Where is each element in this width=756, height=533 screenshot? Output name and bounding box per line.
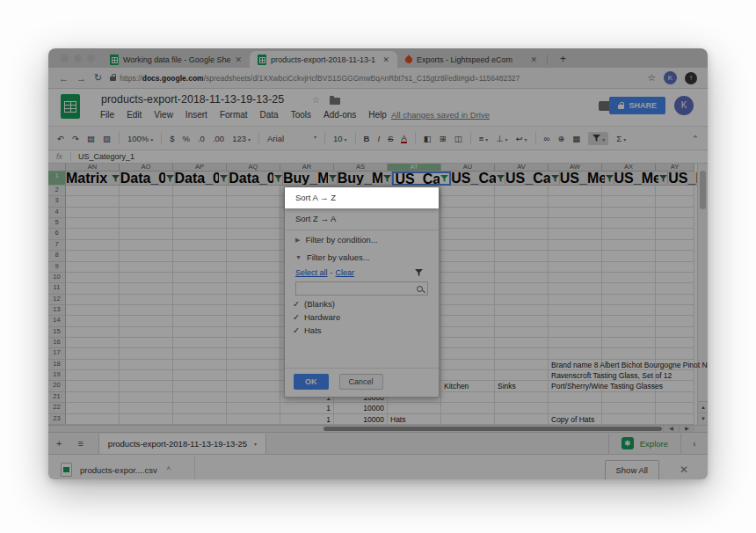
cell-AY7[interactable] [656, 240, 694, 251]
forward-icon[interactable]: → [76, 73, 86, 84]
cell-AQ14[interactable] [227, 316, 280, 326]
cell-AN1[interactable]: Matrix [66, 172, 120, 186]
cell-AR1[interactable]: Buy_Min [283, 172, 338, 186]
filter-icon[interactable] [383, 175, 391, 182]
url-field[interactable]: https://docs.google.com/spreadsheets/d/1… [110, 74, 639, 83]
cell-AP11[interactable] [173, 283, 227, 294]
cell-AP9[interactable] [173, 262, 227, 273]
cell-AN13[interactable] [66, 305, 120, 316]
row-header-23[interactable]: 23 [48, 414, 66, 425]
row-header-21[interactable]: 21 [48, 392, 66, 403]
cell-AO5[interactable] [120, 218, 173, 229]
cell-AT1[interactable]: US_Categor [392, 172, 452, 186]
cell-AU12[interactable] [441, 295, 495, 305]
cell-AW5[interactable] [549, 218, 602, 229]
menu-item-sort-a-z[interactable]: Sort A → Z [285, 187, 439, 208]
cell-AX13[interactable] [602, 305, 656, 316]
cell-AU10[interactable] [441, 273, 495, 283]
scroll-left-icon[interactable]: ◀ [663, 426, 679, 432]
horizontal-scrollbar[interactable]: ◀ ▶ [48, 425, 708, 432]
cell-AV7[interactable] [495, 240, 549, 251]
merge-cells-button[interactable]: ◫ [454, 134, 462, 143]
save-status[interactable]: All changes saved in Drive [391, 110, 490, 120]
font-select[interactable]: Arial▾ [267, 134, 316, 143]
cell-AW8[interactable] [549, 251, 602, 261]
row-header-18[interactable]: 18 [48, 360, 66, 370]
cell-AX9[interactable] [602, 262, 656, 273]
menu-item-filter-by-values[interactable]: ▼Filter by values... [285, 249, 439, 266]
horizontal-align-select[interactable]: ≡▾ [479, 134, 489, 143]
menu-item-filter-by-condition[interactable]: ▶Filter by condition... [285, 231, 439, 249]
cell-AP19[interactable] [173, 370, 227, 381]
cell-AQ8[interactable] [227, 251, 280, 261]
cell-AN12[interactable] [66, 295, 120, 305]
cell-AQ7[interactable] [227, 240, 280, 251]
column-header-AR[interactable]: AR [280, 164, 334, 172]
cell-AQ11[interactable] [227, 283, 280, 294]
cell-AW11[interactable] [549, 283, 602, 294]
cell-AV20[interactable]: Sinks [495, 381, 549, 391]
cell-AS22[interactable]: 10000 [334, 403, 388, 413]
filter-search-input[interactable] [295, 281, 428, 296]
cell-AY13[interactable] [656, 305, 694, 316]
cell-AP21[interactable] [173, 392, 227, 403]
cell-AW23[interactable]: Copy of Hats [549, 414, 602, 425]
cell-AU11[interactable] [441, 283, 495, 294]
cell-AU3[interactable] [441, 196, 495, 207]
row-header-5[interactable]: 5 [48, 218, 66, 229]
cell-AW9[interactable] [549, 262, 602, 273]
cell-AW20[interactable]: Port/Sherry/Wine Tasting Glasses [549, 381, 602, 391]
cell-AX11[interactable] [602, 283, 656, 294]
cell-AU17[interactable] [441, 348, 495, 359]
cell-AV11[interactable] [495, 283, 549, 294]
column-header-AT[interactable]: AT [388, 164, 441, 172]
cell-AY16[interactable] [656, 338, 694, 348]
cell-AQ21[interactable] [227, 392, 280, 403]
filter-value-hats[interactable]: Hats [285, 324, 439, 337]
move-to-folder-icon[interactable] [330, 98, 340, 105]
filter-icon[interactable] [551, 175, 559, 182]
cell-AS23[interactable]: 10000 [334, 414, 388, 425]
cell-AN23[interactable] [66, 414, 120, 425]
cell-AW22[interactable] [549, 403, 602, 413]
cell-AO7[interactable] [120, 240, 173, 251]
cell-AV22[interactable] [495, 403, 549, 413]
row-header-16[interactable]: 16 [48, 338, 66, 348]
cell-AN9[interactable] [66, 262, 120, 273]
cell-AX23[interactable] [602, 414, 656, 425]
row-header-12[interactable]: 12 [48, 295, 66, 305]
cell-AX15[interactable] [602, 327, 656, 338]
bold-button[interactable]: B [364, 134, 370, 143]
cell-AY17[interactable] [656, 348, 694, 359]
row-header-4[interactable]: 4 [48, 208, 66, 218]
filter-icon[interactable] [606, 175, 614, 182]
minimize-window-button[interactable] [74, 55, 82, 62]
cell-AQ2[interactable] [227, 186, 280, 196]
cell-AU5[interactable] [441, 218, 495, 229]
cell-AU15[interactable] [441, 327, 495, 338]
cell-AW3[interactable] [549, 196, 602, 207]
tab-working-data-file[interactable]: Working data file - Google She ✕ [102, 51, 250, 68]
filter-icon[interactable] [440, 175, 448, 182]
cell-AX2[interactable] [602, 186, 656, 196]
cell-AQ3[interactable] [227, 196, 280, 207]
row-header-14[interactable]: 14 [48, 316, 66, 326]
cell-AN21[interactable] [66, 392, 120, 403]
cell-AQ22[interactable] [227, 403, 280, 413]
paint-format-icon[interactable]: ▨ [103, 134, 111, 143]
close-downloads-bar-icon[interactable]: ✕ [667, 464, 695, 476]
cell-AW10[interactable] [549, 273, 602, 283]
cell-AQ13[interactable] [227, 305, 280, 316]
cell-AN20[interactable] [66, 381, 120, 391]
select-all-link[interactable]: Select all [295, 268, 328, 277]
cell-AW17[interactable] [549, 348, 602, 359]
menu-format[interactable]: Format [220, 110, 248, 120]
cell-AP6[interactable] [173, 229, 227, 239]
cancel-button[interactable]: Cancel [339, 374, 383, 390]
filter-icon[interactable] [274, 175, 282, 182]
cell-AU13[interactable] [441, 305, 495, 316]
collapse-panel-icon[interactable]: ‹ [680, 434, 708, 454]
cell-AN3[interactable] [66, 196, 120, 207]
cell-AP4[interactable] [173, 208, 227, 218]
cell-AN2[interactable] [66, 186, 120, 196]
